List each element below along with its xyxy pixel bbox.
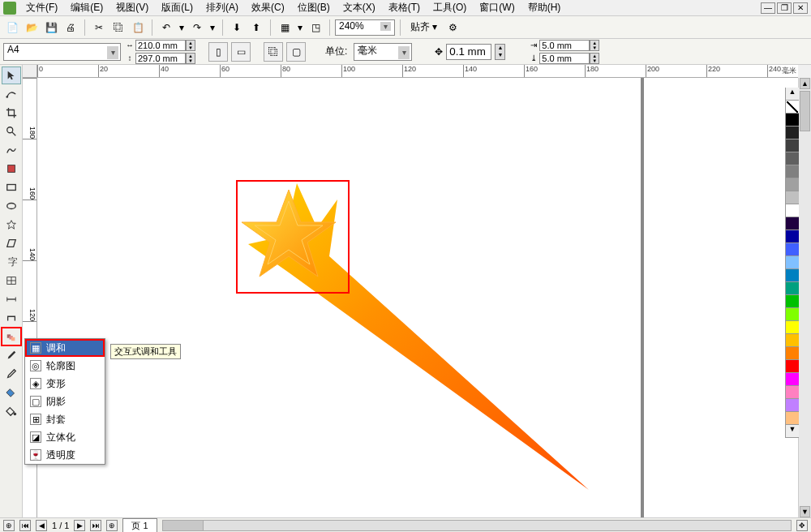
menu-tools[interactable]: 工具(O) (427, 0, 473, 16)
dup-y-input[interactable] (539, 53, 590, 64)
welcome-button[interactable]: ◳ (307, 19, 324, 36)
pick-tool[interactable] (2, 66, 21, 84)
smart-fill-tool[interactable] (2, 160, 21, 178)
app-launcher[interactable]: ▦ (276, 19, 294, 36)
color-swatch[interactable] (786, 204, 799, 217)
table-tool[interactable] (2, 272, 21, 290)
menu-file[interactable]: 文件(F) (19, 0, 64, 16)
dup-x-input[interactable] (539, 40, 590, 51)
page-height-input[interactable] (135, 53, 186, 64)
prev-page-button[interactable]: ◀ (36, 520, 47, 531)
menu-edit[interactable]: 编辑(E) (64, 0, 109, 16)
color-swatch[interactable] (786, 217, 799, 230)
interactive-fill-tool[interactable] (2, 402, 21, 420)
interactive-blend-tool[interactable] (2, 328, 21, 345)
open-button[interactable]: 📂 (23, 19, 41, 36)
horizontal-ruler[interactable]: 020406080100120140160180200220240260毫米 (37, 65, 798, 78)
dup-x-spinner[interactable]: ▲▼ (590, 40, 599, 51)
color-swatch[interactable] (786, 360, 799, 373)
import-button[interactable]: ⬇ (228, 19, 246, 36)
scroll-up[interactable]: ▲ (800, 78, 810, 89)
flyout-distort[interactable]: ◈变形 (25, 375, 105, 393)
ruler-origin[interactable] (23, 65, 37, 78)
color-swatch[interactable] (786, 139, 799, 152)
all-pages-button[interactable]: ⿻ (264, 42, 283, 62)
polygon-tool[interactable] (2, 216, 21, 234)
basic-shapes-tool[interactable] (2, 234, 21, 252)
cut-button[interactable]: ✂ (90, 19, 108, 36)
color-swatch[interactable] (786, 127, 799, 139)
add-page-after-button[interactable]: ⊕ (106, 520, 118, 531)
export-button[interactable]: ⬆ (247, 19, 265, 36)
window-minimize[interactable]: — (761, 2, 775, 14)
redo-button[interactable]: ↷ (188, 19, 206, 36)
add-page-button[interactable]: ⊕ (3, 520, 15, 531)
rectangle-tool[interactable] (2, 178, 21, 196)
palette-scroll-up[interactable]: ▲ (786, 88, 799, 101)
menu-text[interactable]: 文本(X) (337, 0, 382, 16)
color-swatch[interactable] (786, 386, 799, 399)
color-swatch[interactable] (786, 295, 799, 308)
fill-tool[interactable] (2, 384, 21, 401)
units-combo[interactable]: 毫米 (354, 43, 412, 61)
page-height-spinner[interactable]: ▲▼ (186, 53, 195, 64)
connector-tool[interactable] (2, 309, 21, 327)
flyout-extrude[interactable]: ◪立体化 (25, 428, 105, 446)
menu-effects[interactable]: 效果(C) (245, 0, 291, 16)
color-swatch[interactable] (786, 230, 799, 243)
undo-dropdown[interactable]: ▾ (177, 19, 187, 36)
color-swatch[interactable] (786, 152, 799, 165)
flyout-transparency[interactable]: 🍷透明度 (25, 446, 105, 464)
color-swatch[interactable] (786, 334, 799, 347)
first-page-button[interactable]: ⏮ (19, 520, 31, 531)
color-swatch[interactable] (786, 399, 799, 412)
horizontal-scrollbar[interactable] (162, 520, 792, 531)
crop-tool[interactable] (2, 104, 21, 122)
palette-scroll-down[interactable]: ▼ (786, 425, 799, 438)
color-swatch[interactable] (786, 114, 799, 127)
shape-tool[interactable] (2, 85, 21, 103)
redo-dropdown[interactable]: ▾ (208, 19, 217, 36)
page-tab[interactable]: 页 1 (122, 518, 157, 533)
no-color-swatch[interactable] (786, 101, 799, 114)
flyout-envelope[interactable]: ⊞封套 (25, 410, 105, 428)
text-tool[interactable]: 字 (2, 253, 21, 271)
canvas[interactable] (37, 78, 798, 517)
undo-button[interactable]: ↶ (157, 19, 175, 36)
copy-button[interactable]: ⿻ (109, 19, 127, 36)
vscroll-thumb[interactable] (800, 91, 810, 131)
page-width-input[interactable] (135, 40, 186, 51)
dimension-tool[interactable] (2, 290, 21, 308)
color-swatch[interactable] (786, 282, 799, 295)
nudge-spinner[interactable]: ▲▼ (495, 44, 505, 60)
color-swatch[interactable] (786, 321, 799, 334)
flyout-blend[interactable]: ▦调和 (25, 339, 105, 357)
flyout-contour[interactable]: ◎轮廓图 (25, 357, 105, 375)
landscape-button[interactable]: ▭ (231, 42, 251, 62)
outline-tool[interactable] (2, 365, 21, 383)
paper-size-combo[interactable]: A4 (3, 43, 121, 61)
window-restore[interactable]: ❐ (777, 2, 792, 14)
save-button[interactable]: 💾 (42, 19, 60, 36)
menu-help[interactable]: 帮助(H) (521, 0, 568, 16)
options-button[interactable]: ⚙ (444, 19, 461, 36)
color-swatch[interactable] (786, 373, 799, 386)
flyout-drop-shadow[interactable]: ▢阴影 (25, 393, 105, 410)
print-button[interactable]: 🖨 (62, 19, 79, 36)
current-page-button[interactable]: ▢ (286, 42, 306, 62)
menu-arrange[interactable]: 排列(A) (200, 0, 245, 16)
color-swatch[interactable] (786, 243, 799, 256)
color-swatch[interactable] (786, 256, 799, 269)
last-page-button[interactable]: ⏭ (90, 520, 101, 531)
new-button[interactable]: 📄 (3, 19, 21, 36)
ellipse-tool[interactable] (2, 197, 21, 215)
menu-window[interactable]: 窗口(W) (473, 0, 521, 16)
menu-layout[interactable]: 版面(L) (155, 0, 200, 16)
page-width-spinner[interactable]: ▲▼ (186, 40, 195, 51)
color-swatch[interactable] (786, 178, 799, 191)
eyedropper-tool[interactable] (2, 346, 21, 364)
scroll-down[interactable]: ▼ (800, 506, 810, 517)
zoom-tool[interactable] (2, 122, 21, 140)
color-swatch[interactable] (786, 191, 799, 204)
freehand-tool[interactable] (2, 141, 21, 159)
